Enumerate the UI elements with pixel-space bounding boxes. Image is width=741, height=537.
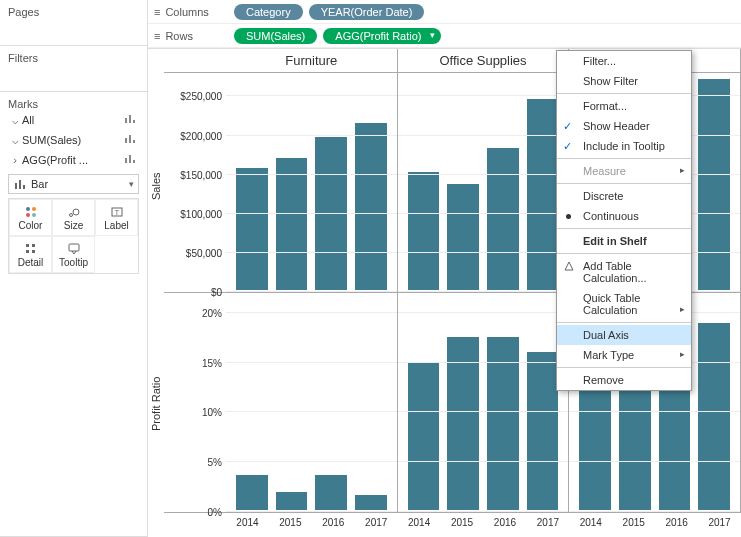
y-tick: 15% — [202, 357, 222, 368]
size-icon — [67, 204, 81, 220]
x-label: 2017 — [526, 513, 569, 537]
menu-item-filter-[interactable]: Filter... — [557, 51, 691, 71]
tooltip-cell[interactable]: Tooltip — [52, 236, 95, 273]
columns-icon: ≡ — [154, 6, 160, 18]
context-menu[interactable]: Filter...Show FilterFormat...✓Show Heade… — [556, 50, 692, 391]
svg-rect-11 — [23, 185, 25, 189]
menu-item-dual-axis[interactable]: Dual Axis — [557, 325, 691, 345]
bar[interactable] — [315, 475, 347, 510]
mark-type-select[interactable]: Bar ▾ — [8, 174, 139, 194]
y-tick: $250,000 — [180, 91, 222, 102]
bar[interactable] — [276, 492, 308, 510]
bar[interactable] — [447, 337, 479, 510]
svg-rect-20 — [26, 244, 29, 247]
pages-panel-title: Pages — [8, 6, 139, 18]
chevron-right-icon: ▸ — [680, 349, 685, 359]
svg-point-12 — [26, 207, 30, 211]
svg-rect-7 — [129, 155, 131, 163]
menu-item-measure: Measure▸ — [557, 161, 691, 181]
pill-year[interactable]: YEAR(Order Date) — [309, 4, 425, 20]
menu-item-include-in-tooltip[interactable]: ✓Include in Tooltip — [557, 136, 691, 156]
svg-rect-10 — [19, 180, 21, 189]
bar[interactable] — [527, 352, 559, 510]
delta-icon — [564, 261, 574, 273]
y-tick: $200,000 — [180, 130, 222, 141]
marks-card-0[interactable]: ⌵All — [8, 110, 139, 130]
color-cell[interactable]: Color — [9, 199, 52, 236]
size-cell[interactable]: Size — [52, 199, 95, 236]
marks-card-1[interactable]: ⌵SUM(Sales) — [8, 130, 139, 150]
bar[interactable] — [408, 362, 440, 510]
x-label: 2015 — [441, 513, 484, 537]
tooltip-icon — [67, 241, 81, 257]
x-label: 2014 — [398, 513, 441, 537]
bar[interactable] — [527, 99, 559, 290]
header-office: Office Supplies — [398, 49, 570, 72]
sales-axis-label: Sales — [148, 77, 164, 295]
menu-item-format-[interactable]: Format... — [557, 96, 691, 116]
rows-shelf[interactable]: ≡Rows SUM(Sales) AGG(Profit Ratio) — [148, 24, 741, 48]
label-icon: T — [110, 204, 124, 220]
facet — [226, 293, 398, 512]
x-axis: 2014201520162017201420152016201720142015… — [164, 513, 741, 537]
svg-rect-8 — [133, 160, 135, 163]
menu-item-continuous[interactable]: Continuous — [557, 206, 691, 226]
rows-icon: ≡ — [154, 30, 160, 42]
bar[interactable] — [355, 123, 387, 290]
facet — [398, 293, 570, 512]
svg-rect-4 — [129, 135, 131, 143]
bar[interactable] — [355, 495, 387, 510]
check-icon: ✓ — [563, 120, 572, 133]
sidebar: Pages Filters Marks ⌵All⌵SUM(Sales)›AGG(… — [0, 0, 148, 537]
profit-axis-label: Profit Ratio — [148, 295, 164, 513]
bar[interactable] — [698, 323, 730, 510]
svg-point-13 — [32, 207, 36, 211]
pill-sales[interactable]: SUM(Sales) — [234, 28, 317, 44]
label-cell[interactable]: TLabel — [95, 199, 138, 236]
facet — [398, 73, 570, 292]
bar[interactable] — [487, 337, 519, 510]
pill-profit-ratio[interactable]: AGG(Profit Ratio) — [323, 28, 441, 44]
menu-item-remove[interactable]: Remove — [557, 370, 691, 390]
detail-icon — [24, 241, 38, 257]
menu-item-discrete[interactable]: Discrete — [557, 186, 691, 206]
x-label: 2017 — [355, 513, 398, 537]
bar[interactable] — [579, 387, 611, 510]
menu-item-edit-in-shelf[interactable]: Edit in Shelf — [557, 231, 691, 251]
bar[interactable] — [698, 79, 730, 290]
svg-rect-9 — [15, 183, 17, 189]
x-label: 2016 — [655, 513, 698, 537]
bar[interactable] — [447, 184, 479, 290]
detail-cell[interactable]: Detail — [9, 236, 52, 273]
bar[interactable] — [236, 475, 268, 510]
bar-icon — [121, 113, 139, 127]
svg-rect-1 — [129, 115, 131, 123]
svg-rect-24 — [69, 244, 79, 251]
menu-item-show-header[interactable]: ✓Show Header — [557, 116, 691, 136]
menu-item-show-filter[interactable]: Show Filter — [557, 71, 691, 91]
svg-point-17 — [73, 209, 79, 215]
menu-item-quick-table-calculation[interactable]: Quick Table Calculation▸ — [557, 288, 691, 320]
marks-cards: ⌵All⌵SUM(Sales)›AGG(Profit ... — [8, 110, 139, 170]
menu-item-mark-type[interactable]: Mark Type▸ — [557, 345, 691, 365]
main-area: ≡Columns Category YEAR(Order Date) ≡Rows… — [148, 0, 741, 537]
x-label: 2016 — [484, 513, 527, 537]
chevron-icon: › — [8, 154, 22, 166]
bar[interactable] — [408, 172, 440, 290]
menu-item-add-table-calculation-[interactable]: Add Table Calculation... — [557, 256, 691, 288]
bar-icon — [121, 153, 139, 167]
chevron-right-icon: ▸ — [680, 304, 685, 314]
bar[interactable] — [236, 168, 268, 290]
columns-shelf[interactable]: ≡Columns Category YEAR(Order Date) — [148, 0, 741, 24]
y-tick: 10% — [202, 407, 222, 418]
pill-category[interactable]: Category — [234, 4, 303, 20]
bar[interactable] — [487, 148, 519, 290]
marks-card-2[interactable]: ›AGG(Profit ... — [8, 150, 139, 170]
x-label: 2017 — [698, 513, 741, 537]
chevron-right-icon: ▸ — [680, 165, 685, 175]
svg-rect-23 — [32, 250, 35, 253]
svg-text:T: T — [114, 209, 119, 216]
chevron-down-icon: ▾ — [129, 179, 134, 189]
y-tick: 20% — [202, 307, 222, 318]
bar[interactable] — [276, 158, 308, 290]
